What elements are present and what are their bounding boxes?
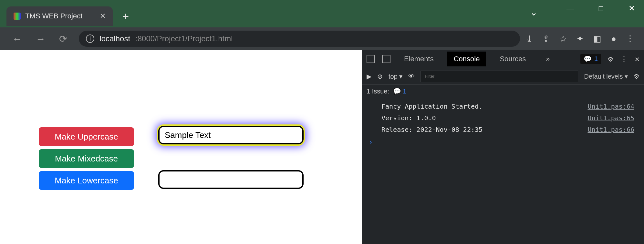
window-dropdown-icon[interactable]: ⌄ [530, 7, 537, 18]
site-info-icon[interactable]: i [86, 34, 94, 43]
device-toggle-icon[interactable] [382, 55, 390, 63]
tab-close-icon[interactable]: ✕ [100, 12, 106, 20]
console-toolbar: ▶ ⊘ top ▾ 👁 Default levels ▾ ⚙ [362, 68, 644, 85]
profile-icon[interactable]: ● [611, 34, 616, 44]
tab-console[interactable]: Console [447, 52, 486, 66]
back-button[interactable]: ← [12, 34, 22, 44]
reload-button[interactable]: ⟳ [59, 34, 67, 44]
devtools-settings-icon[interactable]: ⚙ [608, 54, 613, 63]
page-content: Make Uppercase Make Mixedcase Make Lower… [0, 50, 362, 244]
console-play-icon[interactable]: ▶ [367, 73, 371, 80]
input-stack [158, 126, 304, 189]
log-source-link[interactable]: Unit1.pas:66 [588, 126, 635, 133]
log-message: Version: 1.0.0 [381, 114, 436, 122]
element-picker-icon[interactable] [367, 55, 375, 63]
log-message: Release: 2022-Nov-08 22:35 [381, 126, 483, 133]
tab-more[interactable]: » [539, 52, 556, 66]
minimize-button[interactable]: — [564, 4, 577, 13]
bookmark-icon[interactable]: ☆ [559, 34, 567, 44]
devtools-panel: Elements Console Sources » 💬 1 ⚙ ⋮ ✕ ▶ ⊘… [362, 50, 644, 244]
close-window-button[interactable]: ✕ [625, 4, 638, 13]
console-settings-icon[interactable]: ⚙ [634, 73, 639, 80]
window-chrome: ⌄ — □ ✕ TMS WEB Project ✕ + [0, 0, 644, 27]
issues-bar[interactable]: 1 Issue: 💬 1 [362, 85, 644, 98]
console-prompt[interactable]: › [362, 135, 644, 149]
log-row: Release: 2022-Nov-08 22:35 Unit1.pas:66 [362, 124, 644, 135]
output-text-input[interactable] [158, 170, 304, 189]
devtools-close-icon[interactable]: ✕ [635, 54, 639, 63]
console-context-selector[interactable]: top ▾ [389, 73, 402, 80]
console-filter-input[interactable] [421, 71, 578, 82]
live-expression-icon[interactable]: 👁 [408, 73, 415, 80]
url-path: :8000/Project1/Project1.html [135, 34, 233, 43]
toolbar-icons: ⤓ ⇪ ☆ ✦ ◧ ● ⋮ [526, 34, 638, 44]
button-stack: Make Uppercase Make Mixedcase Make Lower… [39, 127, 134, 190]
new-tab-button[interactable]: + [122, 10, 129, 26]
browser-tab[interactable]: TMS WEB Project ✕ [6, 6, 113, 26]
tab-strip: TMS WEB Project ✕ + [6, 6, 129, 26]
sidepanel-icon[interactable]: ◧ [593, 34, 601, 44]
download-icon[interactable]: ⤓ [526, 34, 533, 44]
log-row: Version: 1.0.0 Unit1.pas:65 [362, 112, 644, 124]
log-source-link[interactable]: Unit1.pas:64 [588, 102, 635, 110]
tab-sources[interactable]: Sources [493, 52, 532, 66]
console-output: Fancy Application Started. Unit1.pas:64 … [362, 98, 644, 151]
issues-badge[interactable]: 💬 1 [580, 54, 601, 64]
log-source-link[interactable]: Unit1.pas:65 [588, 114, 635, 122]
browser-menu-icon[interactable]: ⋮ [626, 34, 634, 44]
sample-text-input[interactable] [158, 126, 304, 144]
make-lowercase-button[interactable]: Make Lowercase [39, 171, 134, 190]
tab-title: TMS WEB Project [25, 12, 82, 20]
devtools-menu-icon[interactable]: ⋮ [620, 54, 628, 63]
devtools-tabbar: Elements Console Sources » 💬 1 ⚙ ⋮ ✕ [362, 50, 644, 68]
url-host: localhost [99, 34, 130, 43]
nav-buttons: ← → ⟳ [6, 33, 73, 44]
share-icon[interactable]: ⇪ [543, 34, 550, 44]
make-mixedcase-button[interactable]: Make Mixedcase [39, 149, 134, 168]
make-uppercase-button[interactable]: Make Uppercase [39, 127, 134, 146]
extensions-icon[interactable]: ✦ [576, 34, 584, 44]
tab-elements[interactable]: Elements [398, 52, 440, 66]
favicon-icon [14, 13, 21, 20]
forward-button[interactable]: → [36, 34, 46, 44]
console-clear-icon[interactable]: ⊘ [377, 73, 383, 80]
maximize-button[interactable]: □ [595, 4, 608, 13]
issues-label: 1 Issue: [367, 88, 389, 95]
log-level-selector[interactable]: Default levels ▾ [584, 73, 628, 80]
log-message: Fancy Application Started. [381, 102, 483, 110]
window-controls: — □ ✕ [564, 4, 638, 13]
issues-chip: 💬 1 [393, 88, 407, 95]
address-bar: ← → ⟳ i localhost:8000/Project1/Project1… [0, 27, 644, 50]
log-row: Fancy Application Started. Unit1.pas:64 [362, 101, 644, 112]
url-field[interactable]: i localhost:8000/Project1/Project1.html [79, 31, 520, 47]
